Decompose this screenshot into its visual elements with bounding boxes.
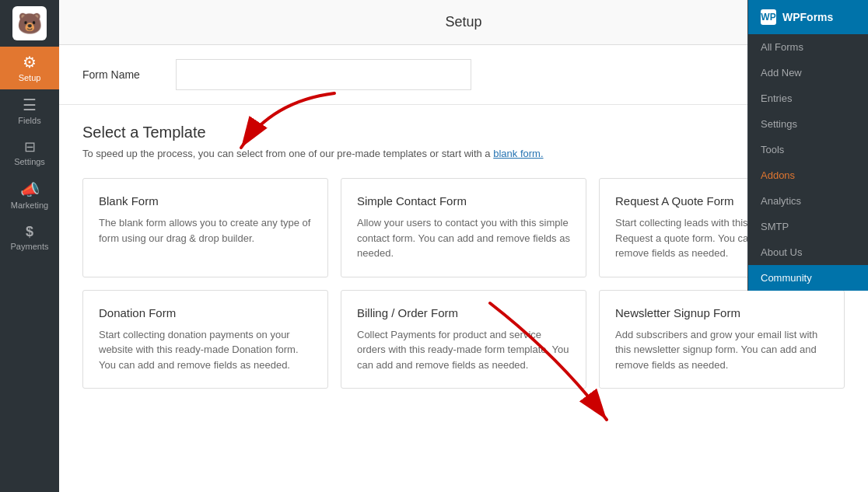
form-name-row: Form Name — [59, 45, 868, 105]
logo-bear: 🐻 — [12, 6, 47, 40]
template-card-desc: Collect Payments for product and service… — [357, 327, 570, 373]
settings-icon: ⊟ — [24, 140, 36, 154]
wpforms-header-icon: WP — [761, 9, 776, 25]
content: Form Name Select a Template To speed up … — [59, 45, 868, 492]
sidebar: 🐻 ⚙ Setup ☰ Fields ⊟ Settings 📣 Marketin… — [0, 0, 59, 492]
sidebar-item-settings[interactable]: ⊟ Settings — [0, 132, 59, 173]
dropdown-item-tools[interactable]: Tools — [748, 137, 868, 162]
templates-grid: Blank Form The blank form allows you to … — [82, 178, 845, 389]
template-card-simple-contact[interactable]: Simple Contact Form Allow your users to … — [341, 178, 586, 277]
sidebar-item-marketing[interactable]: 📣 Marketing — [0, 174, 59, 217]
template-title: Select a Template — [82, 124, 845, 141]
form-name-label: Form Name — [82, 68, 160, 81]
template-card-title: Simple Contact Form — [357, 194, 570, 208]
template-card-desc: Add subscribers and grow your email list… — [615, 327, 828, 373]
form-name-input[interactable] — [176, 59, 471, 90]
template-section: Select a Template To speed up the proces… — [59, 105, 868, 407]
template-card-desc: Allow your users to contact you with thi… — [357, 215, 570, 261]
sidebar-item-setup[interactable]: ⚙ Setup — [0, 47, 59, 89]
template-card-title: Billing / Order Form — [357, 306, 570, 319]
payments-icon: $ — [26, 225, 33, 239]
marketing-icon: 📣 — [20, 182, 40, 197]
dropdown-item-settings[interactable]: Settings — [748, 111, 868, 137]
dropdown-header: WP WPForms — [748, 0, 868, 34]
wpforms-dropdown: WP WPForms All FormsAdd NewEntriesSettin… — [747, 0, 868, 291]
dropdown-item-entries[interactable]: Entries — [748, 85, 868, 111]
page-header: Setup — [59, 0, 868, 45]
template-card-donation[interactable]: Donation Form Start collecting donation … — [82, 290, 328, 389]
template-card-billing-order[interactable]: Billing / Order Form Collect Payments fo… — [341, 290, 586, 389]
template-subtitle: To speed up the process, you can select … — [82, 148, 845, 159]
dropdown-item-community[interactable]: Community — [748, 265, 868, 291]
sidebar-logo: 🐻 — [0, 0, 59, 47]
template-card-title: Donation Form — [99, 306, 312, 319]
sidebar-item-fields[interactable]: ☰ Fields — [0, 89, 59, 132]
sidebar-item-payments[interactable]: $ Payments — [0, 217, 59, 258]
template-card-title: Blank Form — [99, 194, 312, 208]
template-card-blank[interactable]: Blank Form The blank form allows you to … — [82, 178, 328, 277]
dropdown-item-addons[interactable]: Addons — [748, 162, 868, 188]
template-card-newsletter[interactable]: Newsletter Signup Form Add subscribers a… — [599, 290, 845, 389]
dropdown-item-about-us[interactable]: About Us — [748, 239, 868, 265]
template-card-title: Newsletter Signup Form — [615, 306, 828, 319]
dropdown-item-add-new[interactable]: Add New — [748, 60, 868, 85]
page-title: Setup — [445, 14, 481, 30]
template-card-desc: Start collecting donation payments on yo… — [99, 327, 312, 373]
dropdown-item-all-forms[interactable]: All Forms — [748, 34, 868, 60]
template-card-desc: The blank form allows you to create any … — [99, 215, 312, 246]
main-area: Setup Form Name Select a Template To spe… — [59, 0, 868, 492]
dropdown-item-smtp[interactable]: SMTP — [748, 214, 868, 239]
dropdown-header-label: WPForms — [782, 11, 833, 23]
setup-icon: ⚙ — [23, 54, 37, 70]
dropdown-item-analytics[interactable]: Analytics — [748, 188, 868, 214]
blank-form-link[interactable]: blank form. — [493, 148, 543, 159]
fields-icon: ☰ — [23, 97, 37, 113]
